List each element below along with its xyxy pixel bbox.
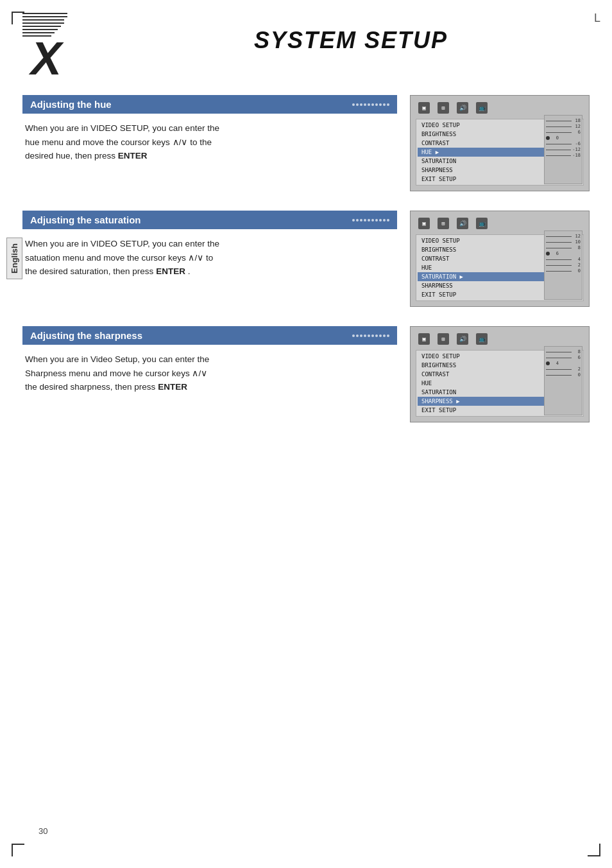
section-hue-title: Adjusting the hue	[30, 99, 112, 110]
slider-tick-3: 6	[546, 130, 581, 135]
slider-tick-2: 12	[546, 124, 581, 129]
section-hue-mockup: ▣ ⊞ 🔊 📺 VIDEO SETUP BRIGHTNESS CONTRAST …	[410, 95, 590, 191]
saturation-ui-mockup: ▣ ⊞ 🔊 📺 VIDEO SETUP BRIGHTNESS CONTRAST …	[410, 211, 590, 307]
sat-mockup-header: ▣ ⊞ 🔊 📺	[416, 216, 584, 230]
sat-body-bold: ENTER	[156, 266, 185, 276]
hue-mockup-header: ▣ ⊞ 🔊 📺	[416, 101, 584, 115]
section-hue: Adjusting the hue When you are in VIDEO …	[22, 95, 590, 191]
sharp-slider-tick-3: 4	[546, 361, 581, 366]
hue-slider: 18 12 6 0 -6 -12 -18	[544, 115, 582, 184]
sat-slider-tick-6: 2	[546, 263, 581, 268]
section-sharpness-dots	[352, 334, 389, 337]
sharp-body-bold: ENTER	[158, 382, 187, 392]
sat-body-line2: satuation menu and move the cursor keys …	[25, 253, 213, 263]
sat-slider-tick-1: 12	[546, 234, 581, 239]
sharp-body-line3: the desired sharpness, then press	[25, 382, 158, 392]
mockup-icon-4: 📺	[476, 102, 488, 114]
hue-body-line1: When you are in VIDEO SETUP, you can ent…	[25, 123, 219, 133]
section-sharpness-mockup: ▣ ⊞ 🔊 📺 VIDEO SETUP BRIGHTNESS CONTRAST …	[410, 326, 590, 422]
slider-tick-5: -6	[546, 141, 581, 146]
x-logo: X	[31, 35, 62, 82]
section-saturation-title: Adjusting the saturation	[30, 214, 141, 225]
sat-mockup-icon-4: 📺	[476, 218, 488, 229]
sat-mockup-icon-2: ⊞	[438, 218, 449, 229]
section-hue-header: Adjusting the hue	[22, 95, 397, 114]
language-label: English	[6, 238, 22, 279]
corner-mark-tr: L	[594, 12, 600, 25]
section-saturation-left: Adjusting the saturation When you are in…	[22, 211, 397, 307]
section-sharpness-left: Adjusting the sharpness When you are in …	[22, 326, 397, 422]
slider-tick-1: 18	[546, 118, 581, 123]
section-sharpness-title: Adjusting the sharpness	[30, 330, 142, 341]
slider-tick-6: -12	[546, 147, 581, 152]
section-sharpness: Adjusting the sharpness When you are in …	[22, 326, 590, 422]
page-title: SYSTEM SETUP	[128, 27, 574, 54]
hue-ui-mockup: ▣ ⊞ 🔊 📺 VIDEO SETUP BRIGHTNESS CONTRAST …	[410, 95, 590, 191]
sat-slider-tick-2: 10	[546, 239, 581, 245]
section-hue-left: Adjusting the hue When you are in VIDEO …	[22, 95, 397, 191]
mockup-icon-1: ▣	[418, 102, 430, 114]
sat-body-suffix: .	[185, 266, 191, 276]
hue-body-line3: desired hue, then press	[25, 151, 118, 161]
section-saturation-mockup: ▣ ⊞ 🔊 📺 VIDEO SETUP BRIGHTNESS CONTRAST …	[410, 211, 590, 307]
slider-tick-7: -18	[546, 153, 581, 158]
sharp-slider-tick-1: 8	[546, 349, 581, 354]
section-hue-dots	[352, 103, 389, 106]
section-saturation: Adjusting the saturation When you are in…	[22, 211, 590, 307]
sat-slider-tick-7: 0	[546, 268, 581, 273]
sharpness-ui-mockup: ▣ ⊞ 🔊 📺 VIDEO SETUP BRIGHTNESS CONTRAST …	[410, 326, 590, 422]
sharp-body-line2: Sharpness menu and move he cursor keys ∧…	[25, 369, 207, 378]
sat-slider-tick-4: 6	[546, 251, 581, 256]
slider-tick-4: 0	[546, 135, 581, 141]
sharp-mockup-icon-1: ▣	[418, 333, 430, 345]
sharp-mockup-icon-4: 📺	[476, 333, 488, 345]
sat-mockup-icon-1: ▣	[418, 218, 430, 229]
section-sharpness-body: When you are in Video Setup, you can ent…	[22, 352, 397, 394]
section-saturation-header: Adjusting the saturation	[22, 211, 397, 229]
sharp-slider: 8 6 4 2 0	[544, 346, 582, 415]
section-sharpness-header: Adjusting the sharpness	[22, 326, 397, 345]
sharp-slider-tick-2: 6	[546, 355, 581, 360]
corner-mark-br	[588, 844, 600, 856]
sat-body-line3: the desired saturation, then press	[25, 266, 156, 276]
sat-slider-tick-3: 8	[546, 245, 581, 250]
sat-body-line1: When you are in VIDEO SETUP, you can ent…	[25, 239, 219, 248]
section-saturation-dots	[352, 219, 389, 221]
hue-body-line2: hue menu and move the coursor keys ∧/∨ t…	[25, 137, 212, 147]
corner-mark-bl	[12, 844, 24, 856]
sharp-slider-tick-4: 2	[546, 367, 581, 372]
page-number: 30	[38, 826, 47, 836]
mockup-icon-2: ⊞	[438, 102, 449, 114]
sharp-mockup-icon-3: 🔊	[457, 333, 468, 345]
main-content: Adjusting the hue When you are in VIDEO …	[22, 95, 590, 442]
sharp-slider-tick-5: 0	[546, 372, 581, 378]
sat-slider-tick-5: 4	[546, 257, 581, 262]
sharp-mockup-icon-2: ⊞	[438, 333, 449, 345]
mockup-icon-3: 🔊	[457, 102, 468, 114]
section-saturation-body: When you are in VIDEO SETUP, you can ent…	[22, 237, 397, 279]
hue-body-bold: ENTER	[118, 151, 148, 161]
sat-mockup-icon-3: 🔊	[457, 218, 468, 229]
sharp-mockup-header: ▣ ⊞ 🔊 📺	[416, 332, 584, 346]
sharp-body-line1: When you are in Video Setup, you can ent…	[25, 354, 209, 364]
sat-slider: 12 10 8 6 4 2 0	[544, 230, 582, 300]
section-hue-body: When you are in VIDEO SETUP, you can ent…	[22, 121, 397, 163]
